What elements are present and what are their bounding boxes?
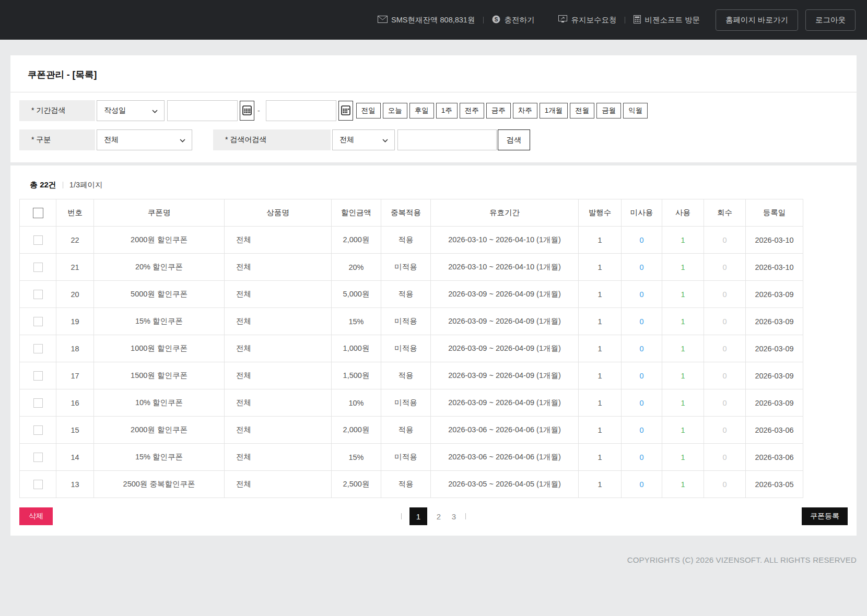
homepage-button[interactable]: 홈페이지 바로가기 — [716, 9, 798, 31]
cell-used: 1 — [662, 471, 704, 498]
cell-regdate: 2026-03-05 — [746, 471, 803, 498]
cell-recalled: 0 — [704, 389, 746, 417]
row-checkbox[interactable] — [33, 453, 43, 462]
row-checkbox[interactable] — [33, 290, 43, 299]
maintenance-link[interactable]: 유지보수요청 — [558, 15, 616, 25]
header-valid-period: 유효기간 — [431, 199, 579, 227]
quick-range-button[interactable]: 전일 — [356, 103, 381, 119]
cell-valid-period: 2026-03-10 ~ 2026-04-10 (1개월) — [431, 254, 579, 281]
quick-range-button[interactable]: 1주 — [436, 103, 458, 119]
keyword-field-select[interactable]: 전체 — [332, 129, 395, 150]
quick-range-button[interactable]: 오늘 — [383, 103, 407, 119]
coupon-table: 번호 쿠폰명 상품명 할인금액 중복적용 유효기간 발행수 미사용 사용 회수 … — [19, 199, 803, 498]
cell-issued: 1 — [579, 227, 622, 254]
select-all-checkbox[interactable] — [33, 208, 43, 218]
quick-range-button[interactable]: 금주 — [486, 103, 511, 119]
cell-regdate: 2026-03-09 — [746, 389, 803, 417]
cell-duplicate: 적용 — [381, 227, 431, 254]
row-checkbox[interactable] — [33, 371, 43, 381]
cell-checkbox — [20, 389, 56, 417]
table-row: 18 1000원 할인쿠폰 전체 1,000원 미적용 2026-03-09 ~… — [20, 335, 803, 362]
cell-regdate: 2026-03-09 — [746, 335, 803, 362]
quick-range-button[interactable]: 익월 — [623, 103, 648, 119]
cell-used: 1 — [662, 362, 704, 389]
row-checkbox[interactable] — [33, 317, 43, 326]
coupon-register-button[interactable]: 쿠폰등록 — [802, 507, 848, 525]
cell-duplicate: 미적용 — [381, 389, 431, 417]
cell-issued: 1 — [579, 417, 622, 444]
header-regdate: 등록일 — [746, 199, 803, 227]
page-title: 쿠폰관리 - [목록] — [10, 55, 857, 92]
quick-range-button[interactable]: 전주 — [460, 103, 484, 119]
cell-duplicate: 미적용 — [381, 444, 431, 471]
copyright: COPYRIGHTS (C) 2026 VIZENSOFT. ALL RIGHT… — [0, 555, 857, 564]
row-checkbox[interactable] — [33, 398, 43, 408]
pagination-pages: 123 — [409, 507, 458, 525]
cell-issued: 1 — [579, 308, 622, 335]
cell-recalled: 0 — [704, 227, 746, 254]
cell-discount: 15% — [332, 308, 381, 335]
cell-coupon-name: 15% 할인쿠폰 — [94, 308, 225, 335]
cell-recalled: 0 — [704, 362, 746, 389]
header-unused: 미사용 — [622, 199, 662, 227]
row-checkbox[interactable] — [33, 344, 43, 353]
search-button[interactable]: 검색 — [498, 129, 530, 150]
period-type-select[interactable]: 작성일 — [97, 100, 165, 121]
cell-discount: 5,000원 — [332, 281, 381, 308]
date-range-separator: - — [257, 106, 260, 115]
cell-product: 전체 — [225, 389, 332, 417]
quick-range-button[interactable]: 1개월 — [540, 103, 568, 119]
cell-regdate: 2026-03-10 — [746, 227, 803, 254]
list-card: 총 22건 1/3페이지 번호 쿠폰명 상품명 할인금액 중복적용 유효기간 발… — [10, 165, 857, 536]
logout-button[interactable]: 로그아웃 — [805, 9, 856, 31]
category-select[interactable]: 전체 — [97, 129, 192, 150]
pagination-page[interactable]: 2 — [435, 512, 442, 521]
filters: * 기간검색 작성일 - 전일오늘후일1주전주금주차주1개월전월금월익월 * 구… — [10, 92, 857, 162]
delete-button[interactable]: 삭제 — [19, 507, 53, 525]
header-used: 사용 — [662, 199, 704, 227]
table-row: 16 10% 할인쿠폰 전체 10% 미적용 2026-03-09 ~ 2026… — [20, 389, 803, 417]
cell-no: 20 — [56, 281, 94, 308]
cell-coupon-name: 1500원 할인쿠폰 — [94, 362, 225, 389]
keyword-input[interactable] — [397, 129, 497, 150]
quick-range-button[interactable]: 후일 — [409, 103, 434, 119]
row-checkbox[interactable] — [33, 480, 43, 489]
recharge-label: 충전하기 — [504, 15, 534, 25]
cell-coupon-name: 5000원 할인쿠폰 — [94, 281, 225, 308]
cell-no: 17 — [56, 362, 94, 389]
date-to-input[interactable] — [266, 100, 336, 121]
quick-range-button[interactable]: 금월 — [596, 103, 621, 119]
pagination-prev[interactable] — [401, 513, 402, 519]
cell-issued: 1 — [579, 471, 622, 498]
calendar-from-button[interactable] — [240, 101, 254, 121]
cell-product: 전체 — [225, 281, 332, 308]
cell-unused: 0 — [622, 281, 662, 308]
cell-discount: 1,000원 — [332, 335, 381, 362]
cell-product: 전체 — [225, 471, 332, 498]
cell-checkbox — [20, 335, 56, 362]
calendar-to-button[interactable] — [338, 101, 353, 121]
vizensoft-label: 비젠소프트 방문 — [645, 15, 700, 25]
cell-checkbox — [20, 362, 56, 389]
chevron-down-icon — [382, 136, 388, 144]
table-row: 14 15% 할인쿠폰 전체 15% 미적용 2026-03-06 ~ 2026… — [20, 444, 803, 471]
row-checkbox[interactable] — [33, 425, 43, 435]
cell-unused: 0 — [622, 335, 662, 362]
row-checkbox[interactable] — [33, 263, 43, 272]
quick-range-button[interactable]: 차주 — [513, 103, 537, 119]
recharge-link[interactable]: S 충전하기 — [492, 15, 534, 25]
cell-coupon-name: 1000원 할인쿠폰 — [94, 335, 225, 362]
row-checkbox[interactable] — [33, 235, 43, 245]
date-from-input[interactable] — [167, 100, 238, 121]
cell-used: 1 — [662, 227, 704, 254]
cell-used: 1 — [662, 281, 704, 308]
cell-product: 전체 — [225, 362, 332, 389]
vizensoft-link[interactable]: 비젠소프트 방문 — [634, 15, 700, 25]
cell-discount: 1,500원 — [332, 362, 381, 389]
cell-regdate: 2026-03-06 — [746, 444, 803, 471]
pagination-page-active[interactable]: 1 — [409, 507, 427, 525]
pagination-page[interactable]: 3 — [450, 512, 458, 521]
quick-range-buttons: 전일오늘후일1주전주금주차주1개월전월금월익월 — [356, 103, 648, 119]
cell-recalled: 0 — [704, 417, 746, 444]
quick-range-button[interactable]: 전월 — [570, 103, 594, 119]
